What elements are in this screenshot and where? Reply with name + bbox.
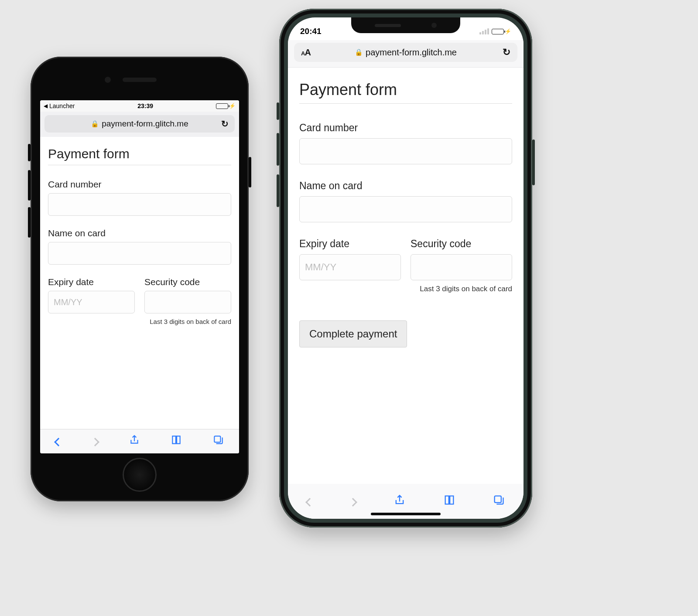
- expiry-input[interactable]: [48, 291, 135, 313]
- speaker-grille: [123, 78, 157, 82]
- page-title: Payment form: [48, 146, 231, 161]
- cvc-hint: Last 3 digits on back of card: [144, 318, 231, 325]
- battery-icon: [216, 103, 228, 109]
- home-button[interactable]: [123, 458, 157, 492]
- bookmarks-button[interactable]: [443, 494, 455, 509]
- card-number-field: Card number: [299, 122, 512, 164]
- share-button[interactable]: [393, 494, 406, 509]
- address-bar[interactable]: 🔒 payment-form.glitch.me ↻: [44, 115, 235, 133]
- name-input[interactable]: [48, 242, 231, 265]
- tabs-icon: [493, 494, 505, 506]
- cvc-input[interactable]: [144, 291, 231, 313]
- lock-icon: 🔒: [91, 120, 99, 128]
- tabs-button[interactable]: [212, 434, 224, 449]
- charging-icon: ⚡: [229, 103, 236, 109]
- name-label: Name on card: [299, 180, 512, 192]
- expiry-input[interactable]: [299, 254, 401, 280]
- name-field: Name on card: [299, 180, 512, 222]
- speaker-grille: [375, 24, 401, 27]
- browser-toolbar: 🔒 payment-form.glitch.me ↻: [40, 112, 239, 137]
- screen: ◀ Launcher 23:39 ⚡ 🔒 payment-form.glitch…: [40, 100, 239, 453]
- expiry-label: Expiry date: [48, 277, 135, 287]
- name-label: Name on card: [48, 228, 231, 238]
- power-button: [532, 140, 535, 185]
- notch: [351, 17, 460, 33]
- card-number-label: Card number: [299, 122, 512, 134]
- back-chevron-icon: ◀: [44, 103, 48, 109]
- forward-button[interactable]: [92, 435, 98, 448]
- status-time: 23:39: [137, 102, 153, 109]
- volume-down-button: [277, 174, 279, 207]
- status-time: 20:41: [300, 27, 322, 36]
- mute-switch: [28, 144, 31, 161]
- card-number-input[interactable]: [299, 138, 512, 164]
- share-icon: [129, 434, 140, 446]
- cvc-field: Security code Last 3 digits on back of c…: [144, 277, 231, 325]
- page-title: Payment form: [299, 81, 512, 99]
- share-icon: [393, 494, 406, 506]
- lock-icon: 🔒: [355, 48, 363, 56]
- svg-rect-1: [495, 496, 501, 502]
- back-app-label: Launcher: [49, 102, 75, 109]
- iphone-8-device: ◀ Launcher 23:39 ⚡ 🔒 payment-form.glitch…: [31, 57, 249, 501]
- safari-bottom-toolbar: [288, 484, 524, 519]
- iphone-11-device: 20:41 ⚡ AA 🔒 payment-form.glitch.me ↻ Pa…: [279, 9, 532, 528]
- volume-down-button: [28, 207, 31, 238]
- back-button[interactable]: [55, 435, 62, 448]
- battery-icon: [492, 29, 504, 34]
- url-text: payment-form.glitch.me: [366, 48, 457, 58]
- card-number-label: Card number: [48, 179, 231, 190]
- screen: 20:41 ⚡ AA 🔒 payment-form.glitch.me ↻ Pa…: [288, 17, 524, 519]
- bookmarks-button[interactable]: [171, 434, 182, 449]
- back-button[interactable]: [307, 494, 313, 508]
- battery-indicator: ⚡: [492, 28, 511, 34]
- tabs-button[interactable]: [493, 494, 505, 509]
- home-indicator[interactable]: [371, 513, 441, 515]
- forward-button[interactable]: [350, 494, 356, 508]
- charging-icon: ⚡: [505, 28, 511, 34]
- complete-payment-button[interactable]: Complete payment: [299, 320, 407, 347]
- signal-icon: [479, 28, 489, 34]
- cvc-label: Security code: [411, 238, 512, 250]
- battery-indicator: ⚡: [216, 103, 236, 109]
- expiry-field: Expiry date: [299, 238, 401, 293]
- cvc-label: Security code: [144, 277, 231, 287]
- name-input[interactable]: [299, 196, 512, 222]
- reload-icon[interactable]: ↻: [503, 47, 510, 58]
- safari-bottom-toolbar: [40, 429, 239, 453]
- name-field: Name on card: [48, 228, 231, 265]
- book-icon: [171, 434, 182, 446]
- expiry-cvc-row: Expiry date Security code Last 3 digits …: [299, 238, 512, 309]
- status-right-icons: ⚡: [479, 28, 511, 34]
- cvc-hint: Last 3 digits on back of card: [411, 285, 512, 293]
- cvc-input[interactable]: [411, 254, 512, 280]
- power-button: [249, 157, 251, 187]
- expiry-label: Expiry date: [299, 238, 401, 250]
- volume-up-button: [28, 170, 31, 201]
- page-content: Payment form Card number Name on card Ex…: [40, 137, 239, 429]
- card-number-input[interactable]: [48, 193, 231, 216]
- tabs-icon: [212, 434, 224, 446]
- status-bar: ◀ Launcher 23:39 ⚡: [40, 100, 239, 112]
- expiry-cvc-row: Expiry date Security code Last 3 digits …: [48, 277, 231, 337]
- card-number-field: Card number: [48, 179, 231, 216]
- cvc-field: Security code Last 3 digits on back of c…: [411, 238, 512, 293]
- mute-switch: [277, 102, 279, 120]
- svg-rect-0: [214, 436, 220, 442]
- front-camera: [431, 23, 437, 28]
- back-to-app[interactable]: ◀ Launcher: [44, 102, 75, 109]
- url-text: payment-form.glitch.me: [102, 119, 188, 129]
- expiry-field: Expiry date: [48, 277, 135, 325]
- book-icon: [443, 494, 455, 506]
- title-divider: [48, 165, 231, 165]
- address-bar[interactable]: AA 🔒 payment-form.glitch.me ↻: [294, 43, 517, 62]
- page-content: Payment form Card number Name on card Ex…: [288, 68, 524, 484]
- front-camera: [105, 77, 111, 83]
- volume-up-button: [277, 133, 279, 166]
- title-divider: [299, 103, 512, 104]
- text-size-button[interactable]: AA: [301, 48, 311, 58]
- browser-toolbar: AA 🔒 payment-form.glitch.me ↻: [288, 40, 524, 68]
- share-button[interactable]: [129, 434, 140, 449]
- reload-icon[interactable]: ↻: [221, 119, 229, 129]
